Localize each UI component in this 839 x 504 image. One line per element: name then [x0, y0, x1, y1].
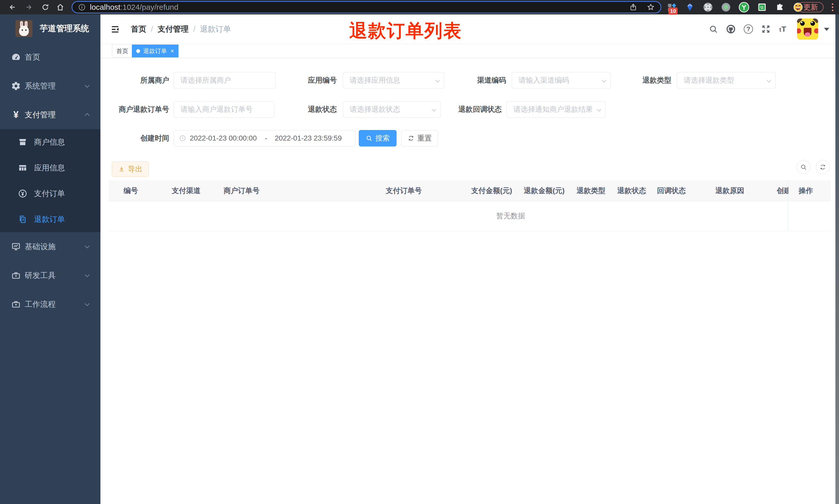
channel-select[interactable] — [512, 72, 611, 89]
col-refund-reason: 退款原因 — [715, 186, 777, 196]
active-dot-icon — [136, 49, 140, 53]
sidebar-item-pay-order[interactable]: 支付订单 — [0, 181, 101, 206]
browser-home-button[interactable] — [55, 2, 66, 12]
share-icon[interactable] — [629, 3, 637, 11]
monitor-chart-icon — [10, 242, 22, 251]
site-info-icon[interactable] — [78, 3, 86, 11]
sidebar-item-merchant-info[interactable]: 商户信息 — [0, 129, 101, 155]
help-icon[interactable]: ? — [741, 14, 755, 44]
export-button[interactable]: 导出 — [112, 161, 149, 177]
arrow-right-icon — [25, 3, 33, 11]
sidebar-item-home[interactable]: 首页 — [0, 43, 101, 72]
url-host: localhost — [90, 3, 120, 12]
close-icon[interactable]: × — [171, 48, 174, 54]
header-search-icon[interactable] — [706, 14, 720, 44]
sidebar-item-workflow[interactable]: 工作流程 — [0, 290, 101, 319]
bookmark-star-icon[interactable] — [647, 3, 655, 11]
date-start-value: 2022-01-23 00:00:00 — [190, 134, 257, 142]
tags-view: 首页 退款订单 × — [101, 44, 839, 58]
extension-grid-icon[interactable]: 10 — [666, 1, 678, 13]
navbar: 首页 / 支付管理 / 退款订单 ? tT — [101, 14, 839, 44]
col-merchant-order-no: 商户订单号 — [224, 186, 386, 196]
refresh-icon — [408, 135, 414, 142]
sidebar-item-dev-tools[interactable]: 研发工具 — [0, 261, 101, 290]
merchant-refund-no-input[interactable] — [174, 101, 274, 118]
reset-button[interactable]: 重置 — [401, 130, 438, 146]
empty-text: 暂无数据 — [496, 211, 525, 221]
sidebar-item-pay[interactable]: ¥ 支付管理 — [0, 101, 101, 129]
extension-command-icon[interactable] — [702, 1, 714, 13]
chevron-down-icon — [85, 272, 89, 277]
col-id: 编号 — [109, 186, 172, 196]
app-title: 芋道管理系统 — [40, 23, 89, 34]
window-scrollbar[interactable] — [835, 14, 839, 504]
filter-label-merchant-refund-no: 商户退款订单号 — [109, 101, 169, 118]
browser-back-button[interactable] — [7, 2, 18, 12]
extension-chat-icon[interactable] — [756, 1, 768, 13]
filter-label-merchant: 所属商户 — [126, 72, 169, 89]
extensions-row: 10 — [666, 0, 804, 14]
app-select[interactable] — [343, 72, 444, 89]
refund-table: 编号 支付渠道 商户订单号 支付订单号 支付金额(元) 退款金额(元) 退款类型… — [109, 180, 831, 231]
show-search-toggle-button[interactable] — [797, 160, 810, 174]
storefront-icon — [17, 138, 28, 147]
font-size-icon[interactable]: tT — [775, 14, 790, 44]
refund-status-select[interactable] — [343, 101, 441, 118]
refresh-icon — [819, 164, 826, 170]
reload-icon — [41, 3, 50, 11]
github-icon[interactable] — [724, 14, 738, 44]
notify-status-select[interactable] — [506, 101, 606, 118]
search-button[interactable]: 搜索 — [359, 130, 397, 146]
col-refund-type: 退款类型 — [576, 186, 617, 196]
sidebar-item-infrastructure[interactable]: 基础设施 — [0, 232, 101, 261]
filter-label-channel: 渠道编码 — [463, 72, 506, 89]
yen-icon: ¥ — [10, 110, 22, 120]
sidebar-item-refund-order[interactable]: 退款订单 — [0, 206, 101, 232]
breadcrumb-pay[interactable]: 支付管理 — [158, 24, 189, 35]
breadcrumb-current: 退款订单 — [200, 24, 231, 35]
extension-y-icon[interactable] — [738, 1, 750, 13]
briefcase-icon — [10, 299, 22, 309]
page-content: 所属商户 应用编号 渠道编码 退款类型 商户退款订单号 退款状态 退款 — [101, 58, 839, 504]
extension-puzzle-icon[interactable] — [774, 1, 786, 13]
annotation-title: 退款订单列表 — [349, 21, 462, 40]
avatar-caret-icon[interactable] — [824, 28, 829, 31]
chevron-down-icon — [85, 83, 89, 88]
tag-refund-order[interactable]: 退款订单 × — [132, 44, 178, 57]
browser-menu-icon[interactable] — [832, 3, 834, 11]
chevron-down-icon — [85, 244, 89, 248]
filter-label-create-time: 创建时间 — [126, 130, 169, 146]
refund-type-select[interactable] — [677, 72, 775, 89]
create-time-range-picker[interactable]: 2022-01-23 00:00:00 - 2022-01-23 23:59:5… — [174, 130, 355, 146]
dashboard-icon — [10, 52, 22, 62]
fullscreen-icon[interactable] — [758, 14, 773, 44]
fold-menu-icon[interactable] — [110, 24, 120, 34]
toolbox-icon — [10, 271, 22, 280]
refresh-table-button[interactable] — [816, 160, 830, 174]
col-pay-channel: 支付渠道 — [172, 186, 224, 196]
merchant-select[interactable] — [174, 72, 276, 89]
col-refund-amount: 退款金额(元) — [524, 186, 576, 196]
browser-update-button[interactable]: 更新 — [798, 2, 824, 12]
col-refund-status: 退款状态 — [617, 186, 657, 196]
sidebar-item-system[interactable]: 系统管理 — [0, 72, 101, 101]
sidebar-item-app-info[interactable]: 应用信息 — [0, 155, 101, 181]
browser-reload-button[interactable] — [40, 2, 51, 12]
url-path: :1024/pay/refund — [120, 3, 178, 12]
extension-badge: 10 — [668, 7, 678, 15]
col-actions: 操作 — [788, 186, 831, 196]
tag-home[interactable]: 首页 — [112, 44, 132, 57]
col-pay-order-no: 支付订单号 — [386, 186, 471, 196]
documents-icon — [17, 215, 28, 224]
chevron-down-icon — [85, 301, 89, 306]
avatar[interactable] — [797, 19, 818, 40]
breadcrumb-home[interactable]: 首页 — [131, 24, 146, 35]
sidebar: 芋道管理系统 首页 系统管理 ¥ 支付管理 商户信息 应用信息 — [0, 14, 101, 504]
extension-gem-icon[interactable] — [684, 1, 696, 13]
address-bar[interactable]: localhost:1024/pay/refund — [72, 1, 661, 13]
col-callback-status: 回调状态 — [657, 186, 715, 196]
search-icon — [366, 135, 372, 142]
app-logo-link[interactable]: 芋道管理系统 — [0, 14, 101, 43]
browser-forward-button[interactable] — [24, 2, 34, 12]
extension-green-dot-icon[interactable] — [720, 1, 732, 13]
